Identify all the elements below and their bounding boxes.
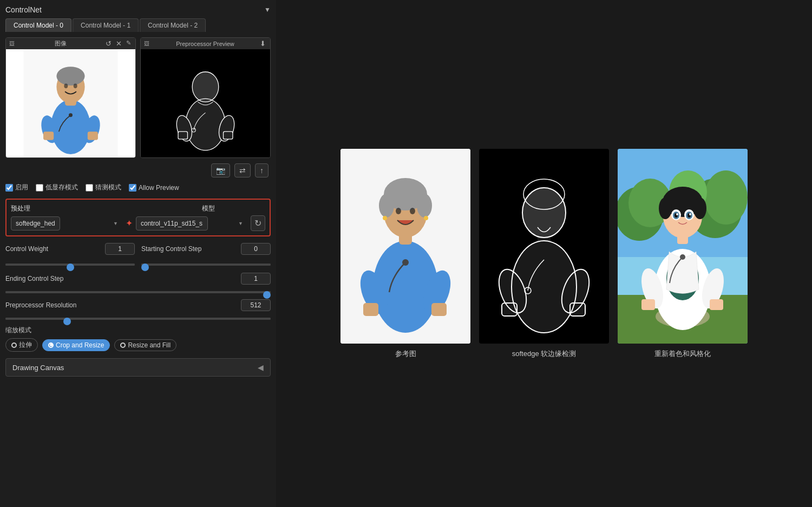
two-col-slider-tracks: [5, 259, 271, 267]
gallery-item-2: 重新着色和风格化: [618, 149, 748, 359]
low-vram-checkbox[interactable]: [36, 184, 43, 192]
resolution-section: Preprocessor Resolution 512: [5, 299, 271, 321]
control-weight-slider-container: [5, 259, 135, 267]
model-row-labels: 预处理 模型: [11, 204, 265, 213]
svg-point-1: [51, 100, 90, 154]
ending-step-value[interactable]: 1: [241, 273, 271, 285]
collapse-icon[interactable]: ▼: [264, 6, 271, 14]
svg-point-61: [704, 170, 748, 225]
resolution-header: Preprocessor Resolution 512: [5, 299, 271, 311]
model-select[interactable]: control_v11p_sd15_s: [136, 216, 208, 231]
starting-step-value[interactable]: 0: [241, 243, 271, 255]
control-weight-header: Control Weight 1: [5, 243, 135, 255]
refresh-input-icon[interactable]: ↺: [104, 39, 113, 48]
zoom-mode-label: 缩放模式: [5, 326, 271, 335]
allow-preview-checkbox-item[interactable]: Allow Preview: [129, 184, 179, 192]
edge-large-svg: [479, 149, 609, 344]
preview-img-icon: 🖼: [144, 41, 149, 47]
low-vram-checkbox-item[interactable]: 低显存模式: [36, 183, 78, 192]
ending-step-section: Ending Control Step 1: [5, 273, 271, 295]
svg-rect-69: [641, 299, 655, 310]
close-input-icon[interactable]: ✕: [115, 39, 123, 48]
styled-photo-svg: [618, 149, 748, 344]
guess-mode-checkbox[interactable]: [86, 184, 93, 192]
resize-fill-option[interactable]: Resize and Fill: [114, 339, 176, 351]
tabs-row: Control Model - 0 Control Model - 1 Cont…: [5, 18, 271, 32]
options-checkbox-row: 启用 低显存模式 猜测模式 Allow Preview: [5, 183, 271, 192]
enable-checkbox[interactable]: [5, 184, 13, 192]
edit-input-icon[interactable]: ✎: [125, 39, 132, 48]
gallery-caption-0: 参考图: [395, 349, 416, 359]
low-vram-label: 低显存模式: [45, 183, 78, 192]
allow-preview-label: Allow Preview: [139, 184, 179, 192]
action-buttons-row: 📷 ⇄ ↑: [5, 163, 271, 177]
preprocessor-select-wrapper: softedge_hed: [11, 216, 122, 231]
resolution-label: Preprocessor Resolution: [5, 301, 76, 309]
preprocessor-select[interactable]: softedge_hed: [11, 216, 60, 231]
crop-resize-option[interactable]: Crop and Resize: [42, 339, 110, 351]
drawing-canvas-label: Drawing Canvas: [12, 364, 64, 372]
gallery-img-2: [618, 149, 748, 344]
crop-resize-dot: [48, 343, 54, 348]
ending-step-label: Ending Control Step: [5, 275, 65, 282]
model-preprocessor-section: 预处理 模型 softedge_hed ✦ control_v11p_sd15_…: [5, 199, 271, 236]
input-image-label: 图像: [55, 39, 67, 48]
svg-point-36: [396, 208, 401, 214]
preprocessor-label: 预处理: [11, 204, 75, 213]
gallery-item-1: softedge 软边缘检测: [479, 149, 609, 359]
control-weight-slider[interactable]: [5, 264, 135, 266]
guess-mode-label: 猜测模式: [95, 183, 121, 192]
gallery-caption-1: softedge 软边缘检测: [512, 349, 577, 359]
svg-rect-70: [710, 299, 723, 310]
swap-action-btn[interactable]: ⇄: [234, 163, 251, 177]
control-weight-label: Control Weight: [5, 245, 65, 253]
svg-point-40: [424, 216, 428, 220]
svg-point-75: [693, 197, 706, 219]
camera-action-btn[interactable]: 📷: [211, 163, 230, 177]
preprocessor-image-box: 🖼 Preprocessor Preview ⬇: [140, 37, 271, 158]
input-image-box: 🖼 图像 ↺ ✕ ✎: [5, 37, 136, 158]
resolution-value[interactable]: 512: [241, 299, 271, 311]
resize-fill-dot: [120, 343, 126, 348]
input-image-content: [6, 49, 135, 157]
starting-step-slider-container: [141, 259, 271, 267]
ref-photo-svg: [340, 149, 470, 344]
stretch-option[interactable]: 拉伸: [5, 338, 38, 352]
drawing-canvas-toggle-icon[interactable]: ◀: [258, 363, 264, 372]
svg-point-83: [689, 213, 691, 215]
upload-action-btn[interactable]: ↑: [255, 163, 269, 177]
gallery-row: 参考图: [287, 149, 801, 359]
control-weight-value[interactable]: 1: [105, 243, 135, 255]
svg-point-34: [379, 194, 394, 218]
two-col-sliders: Control Weight 1 Starting Control Step 0: [5, 243, 271, 257]
model-refresh-icon[interactable]: ↻: [251, 215, 265, 231]
enable-checkbox-item[interactable]: 启用: [5, 183, 28, 192]
drawing-canvas-row[interactable]: Drawing Canvas ◀: [5, 358, 271, 377]
ending-step-header: Ending Control Step 1: [5, 273, 271, 285]
stretch-dot: [11, 343, 17, 348]
ending-step-slider[interactable]: [5, 291, 271, 293]
svg-point-39: [383, 216, 387, 220]
panel-header: ControlNet ▼: [5, 5, 271, 14]
tab-model-1[interactable]: Control Model - 1: [73, 18, 139, 32]
resolution-slider[interactable]: [5, 318, 271, 320]
nurse-photo-svg: [6, 49, 135, 157]
allow-preview-checkbox[interactable]: [129, 184, 136, 192]
preprocessor-image-header: 🖼 Preprocessor Preview ⬇: [141, 38, 270, 49]
gallery-img-1: [479, 149, 609, 344]
image-preview-row: 🖼 图像 ↺ ✕ ✎: [5, 37, 271, 158]
tab-model-2[interactable]: Control Model - 2: [140, 18, 206, 32]
star-icon[interactable]: ✦: [126, 218, 133, 228]
starting-step-slider[interactable]: [141, 264, 271, 266]
download-preview-icon[interactable]: ⬇: [259, 39, 267, 48]
starting-step-header: Starting Control Step 0: [141, 243, 271, 255]
panel-title: ControlNet: [5, 5, 42, 14]
guess-mode-checkbox-item[interactable]: 猜测模式: [86, 183, 121, 192]
edge-detection-svg: [141, 49, 270, 157]
right-panel: 参考图: [276, 0, 812, 507]
svg-rect-44: [502, 303, 517, 316]
control-net-panel: ControlNet ▼ Control Model - 0 Control M…: [0, 0, 276, 507]
input-image-header: 🖼 图像 ↺ ✕ ✎: [6, 38, 135, 49]
stretch-label: 拉伸: [19, 340, 32, 350]
tab-model-0[interactable]: Control Model - 0: [5, 18, 71, 32]
